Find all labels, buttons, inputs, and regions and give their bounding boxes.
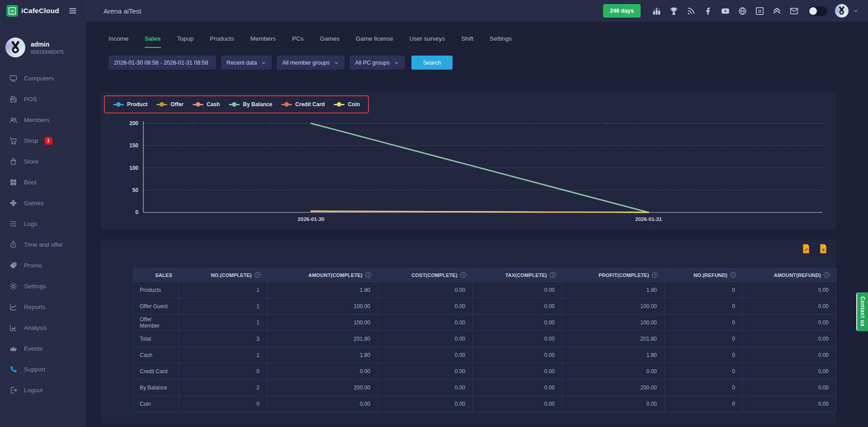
export-excel-icon[interactable]: X bbox=[819, 244, 828, 254]
sidebar-item-label: Settings bbox=[24, 283, 46, 290]
search-button[interactable]: Search bbox=[411, 56, 453, 70]
cell: 0.00 bbox=[378, 282, 473, 298]
tab[interactable]: Game license bbox=[356, 35, 393, 48]
legend-dot bbox=[337, 102, 341, 107]
legend-line bbox=[156, 104, 167, 105]
layers-icon[interactable] bbox=[772, 6, 782, 16]
chevron-down-icon[interactable] bbox=[853, 8, 859, 14]
app-name: iCafeCloud bbox=[21, 7, 59, 15]
sidebar-user[interactable]: admin 005193482475 bbox=[0, 22, 86, 65]
crown-icon bbox=[9, 344, 18, 353]
sidebar-item[interactable]: Store bbox=[0, 151, 86, 172]
sidebar-item[interactable]: Boot bbox=[0, 172, 86, 192]
table-header-row: SALES NO.(COMPLETE) ? bbox=[133, 268, 836, 282]
cell: 0.00 bbox=[473, 363, 562, 380]
cell: 0.00 bbox=[743, 347, 836, 363]
trophy-icon[interactable] bbox=[669, 6, 679, 16]
cell: 0.00 bbox=[378, 363, 473, 380]
svg-text:100: 100 bbox=[129, 165, 138, 171]
legend-dot bbox=[196, 102, 200, 107]
legend-item[interactable]: Credit Card bbox=[281, 101, 325, 108]
tab[interactable]: Income bbox=[108, 35, 128, 48]
help-icon[interactable]: ? bbox=[824, 272, 830, 278]
legend-item[interactable]: Product bbox=[113, 101, 147, 108]
sidebar-item[interactable]: Logout bbox=[0, 380, 86, 400]
globe-icon[interactable] bbox=[738, 6, 747, 16]
data-mode-select[interactable]: Recent data bbox=[221, 56, 272, 70]
sidebar-item[interactable]: Analysis bbox=[0, 317, 86, 338]
sidebar-item[interactable]: POS bbox=[0, 89, 86, 109]
hamburger-menu-icon[interactable] bbox=[68, 6, 77, 15]
help-icon[interactable]: ? bbox=[652, 272, 658, 278]
sales-line-chart: 0501001502002026-01-302026-01-31 bbox=[109, 119, 826, 225]
export-pdf-icon[interactable] bbox=[802, 244, 811, 254]
tab[interactable]: Topup bbox=[177, 35, 194, 48]
sidebar-item[interactable]: Support bbox=[0, 359, 86, 380]
help-icon[interactable]: ? bbox=[730, 272, 736, 278]
member-groups-value: All member groups bbox=[282, 60, 330, 66]
tab[interactable]: Members bbox=[250, 35, 276, 48]
date-range-input[interactable]: 2026-01-30 08:58 - 2026-01-31 08:58 bbox=[108, 56, 216, 70]
cell: 0.00 bbox=[562, 363, 665, 380]
legend-item[interactable]: By Balance bbox=[229, 101, 272, 108]
pc-groups-select[interactable]: All PC groups bbox=[349, 56, 404, 70]
legend-item[interactable]: Offer bbox=[156, 101, 184, 108]
sidebar-item[interactable]: Events bbox=[0, 338, 86, 359]
sidebar-item[interactable]: Games bbox=[0, 192, 86, 213]
svg-text:50: 50 bbox=[132, 187, 139, 193]
help-icon[interactable]: ? bbox=[460, 272, 466, 278]
contact-us-button[interactable]: Contact us bbox=[856, 292, 868, 331]
mail-icon[interactable] bbox=[789, 6, 799, 16]
tab[interactable]: Games bbox=[320, 35, 340, 48]
table-header-cell: AMOUNT(REFUND) ? bbox=[743, 268, 836, 282]
theme-toggle[interactable] bbox=[808, 6, 827, 16]
member-groups-select[interactable]: All member groups bbox=[277, 56, 344, 70]
help-icon[interactable]: ? bbox=[365, 272, 371, 278]
cell: 0 bbox=[665, 282, 743, 298]
tab-label: Games bbox=[320, 35, 340, 42]
sidebar-item[interactable]: Shop 1 bbox=[0, 130, 86, 151]
tab[interactable]: Shift bbox=[461, 35, 473, 48]
cell: 0.00 bbox=[378, 331, 473, 347]
legend-item[interactable]: Cash bbox=[193, 101, 220, 108]
legend-item[interactable]: Coin bbox=[334, 101, 360, 108]
cell: 1 bbox=[179, 314, 267, 331]
table-row: By Balance 2200.000.000.00200.0000.00 bbox=[133, 380, 836, 396]
logout-icon bbox=[9, 386, 18, 394]
user-avatar[interactable] bbox=[835, 4, 849, 18]
help-icon[interactable]: ? bbox=[255, 272, 260, 278]
rss-icon[interactable] bbox=[686, 6, 696, 16]
app-logo[interactable]: i2 iCafeCloud bbox=[6, 5, 59, 17]
sidebar-item-label: Shop bbox=[24, 137, 38, 144]
license-days-button[interactable]: 246 days bbox=[603, 4, 641, 18]
sidebar-item[interactable]: Reports bbox=[0, 296, 86, 317]
cell: 0.00 bbox=[267, 396, 378, 412]
youtube-icon[interactable] bbox=[721, 6, 730, 16]
sidebar-item[interactable]: Logs bbox=[0, 213, 86, 234]
sidebar-nav: Computers POS Members Shop 1 bbox=[0, 68, 86, 400]
facebook-icon[interactable] bbox=[703, 6, 713, 16]
list-icon bbox=[9, 220, 18, 228]
table-card: X SALES bbox=[100, 239, 836, 424]
tab[interactable]: PCs bbox=[292, 35, 304, 48]
cell: 0 bbox=[665, 331, 743, 347]
sidebar-item[interactable]: Members bbox=[0, 109, 86, 130]
monitor-icon bbox=[9, 74, 18, 83]
chart-card: Product Offer Cash By Balance bbox=[100, 92, 836, 230]
table-row: Offer Guest 1100.000.000.00100.0000.00 bbox=[133, 298, 836, 314]
tab[interactable]: Settings bbox=[490, 35, 512, 48]
tab[interactable]: Sales bbox=[145, 35, 160, 48]
podium-icon[interactable] bbox=[652, 6, 661, 16]
icafecloud-logo-icon: i2 bbox=[6, 5, 18, 17]
help-icon[interactable]: ? bbox=[550, 272, 556, 278]
icafe-icon[interactable]: i2 bbox=[755, 6, 764, 16]
tab[interactable]: User surveys bbox=[409, 35, 445, 48]
sidebar-item[interactable]: Computers bbox=[0, 68, 86, 89]
legend-dot bbox=[160, 102, 164, 107]
sidebar-item[interactable]: Time and offer bbox=[0, 234, 86, 255]
svg-text:i2: i2 bbox=[11, 9, 14, 13]
sidebar-item[interactable]: Settings bbox=[0, 276, 86, 296]
tab[interactable]: Products bbox=[210, 35, 234, 48]
sidebar-item[interactable]: Promo bbox=[0, 255, 86, 276]
svg-text:2026-01-31: 2026-01-31 bbox=[635, 216, 662, 222]
